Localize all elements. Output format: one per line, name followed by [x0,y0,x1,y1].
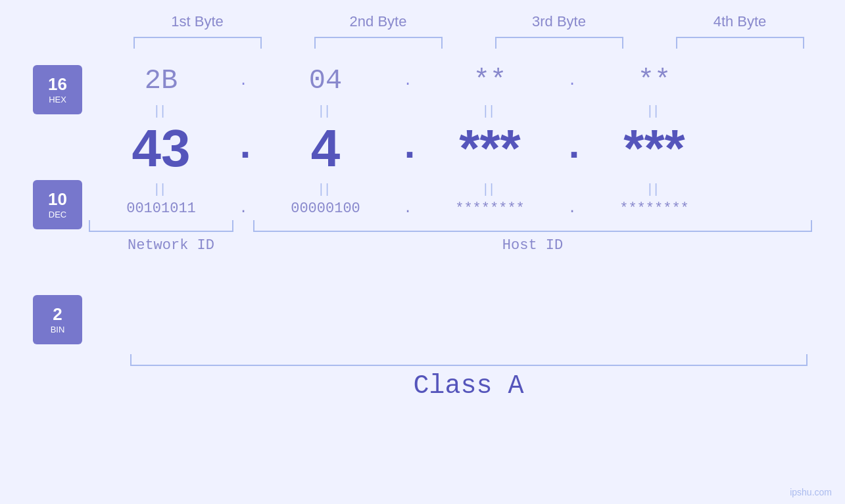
hex-badge: 16 HEX [33,65,82,114]
bottom-brackets-row [89,220,812,232]
equals-row-2: || || || || [89,181,812,196]
byte-header-3: 3rd Byte [487,13,631,30]
hex-byte-3: ** [418,65,562,97]
content-area: 16 HEX 10 DEC 2 BIN 2B . 04 [0,58,845,344]
eq-spacer-1 [233,103,253,118]
dec-byte-2: 4 [253,122,398,175]
byte-header-4: 4th Byte [667,13,812,30]
bracket-top-4 [676,37,804,49]
dec-dot-3: . [562,125,582,175]
hex-val-1: 2B [145,65,178,97]
badges-column: 16 HEX 10 DEC 2 BIN [33,65,82,344]
dec-val-3: *** [459,119,520,177]
eq2-spacer-2 [398,181,418,196]
eq2-spacer-1 [233,181,253,196]
dec-byte-1: 43 [89,122,233,175]
eq2-spacer-3 [562,181,582,196]
eq2-3: || [418,181,562,196]
top-brackets-row [107,37,831,49]
dec-values-row: 43 . 4 . *** . *** [89,122,812,175]
dec-val-1: 43 [132,119,191,177]
watermark: ipshu.com [790,487,832,497]
hex-val-3: ** [473,65,506,97]
bottom-brackets-section: Network ID Host ID [89,220,845,254]
eq-spacer-2 [398,103,418,118]
bin-values-row: 00101011 . 00000100 . ******** . *******… [89,200,812,217]
hex-byte-4: ** [582,65,727,97]
eq-4: || [582,103,727,118]
bracket-top-2 [314,37,443,49]
class-label: Class A [107,371,831,401]
bin-val-3: ******** [455,200,525,217]
dec-badge-num: 10 [48,191,67,208]
eq2-4: || [582,181,727,196]
eq-spacer-3 [562,103,582,118]
dec-badge-label: DEC [49,210,66,219]
bin-badge: 2 BIN [33,295,82,344]
hex-val-4: ** [638,65,671,97]
bracket-bottom-host [253,220,812,232]
bin-dot-2: . [398,200,418,217]
hex-byte-1: 2B [89,65,233,97]
dec-byte-4: *** [582,122,727,175]
bin-val-1: 00101011 [126,200,196,217]
class-section: Class A [107,354,831,401]
byte-header-1: 1st Byte [125,13,270,30]
bracket-top-3 [495,37,623,49]
bin-badge-label: BIN [51,325,65,334]
eq2-2: || [253,181,398,196]
hex-values-row: 2B . 04 . ** . ** [89,65,812,97]
class-bracket [130,354,808,366]
eq2-1: || [89,181,233,196]
bin-val-2: 00000100 [291,200,360,217]
hex-badge-label: HEX [49,95,66,104]
eq-2: || [253,103,398,118]
dec-val-2: 4 [311,119,341,177]
bin-byte-2: 00000100 [253,200,398,217]
dec-dot-1: . [233,125,253,175]
byte-header-2: 2nd Byte [306,13,450,30]
bin-badge-num: 2 [53,306,62,323]
dec-dot-2: . [398,125,418,175]
eq-3: || [418,103,562,118]
bin-byte-4: ******** [582,200,727,217]
dec-byte-3: *** [418,122,562,175]
eq-1: || [89,103,233,118]
bin-byte-3: ******** [418,200,562,217]
dec-badge: 10 DEC [33,180,82,229]
values-area: 2B . 04 . ** . ** || || [89,58,845,344]
bin-dot-3: . [562,200,582,217]
bin-dot-1: . [233,200,253,217]
network-id-label: Network ID [89,237,253,254]
bin-byte-1: 00101011 [89,200,233,217]
hex-dot-1: . [233,73,253,89]
host-id-label: Host ID [253,237,812,254]
id-labels-row: Network ID Host ID [89,237,812,254]
bracket-bottom-network [89,220,233,232]
equals-row-1: || || || || [89,103,812,118]
main-container: 1st Byte 2nd Byte 3rd Byte 4th Byte 16 H… [0,0,845,504]
byte-headers-row: 1st Byte 2nd Byte 3rd Byte 4th Byte [107,13,831,30]
hex-dot-3: . [562,73,582,89]
hex-val-2: 04 [309,65,342,97]
bracket-top-1 [133,37,262,49]
hex-byte-2: 04 [253,65,398,97]
dec-val-4: *** [623,119,685,177]
hex-dot-2: . [398,73,418,89]
bin-val-4: ******** [619,200,689,217]
hex-badge-num: 16 [48,76,67,93]
